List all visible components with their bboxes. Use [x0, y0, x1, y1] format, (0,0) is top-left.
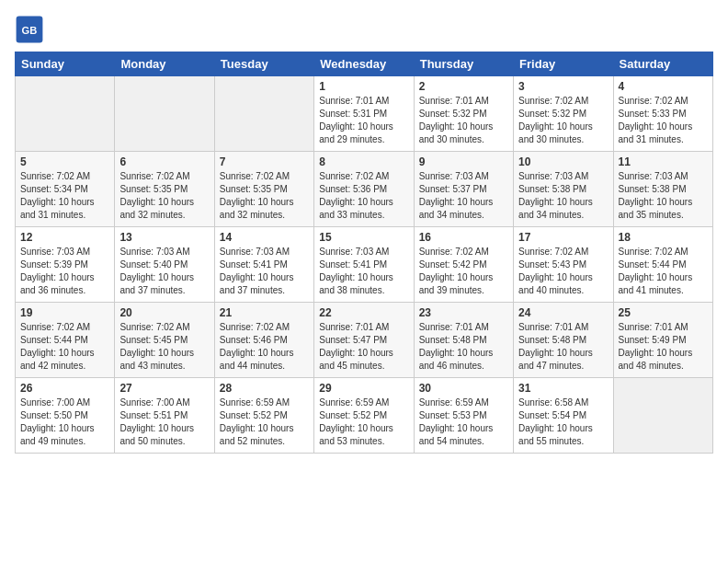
- day-info: Sunrise: 7:01 AM Sunset: 5:47 PM Dayligh…: [319, 321, 408, 373]
- day-info: Sunrise: 7:03 AM Sunset: 5:41 PM Dayligh…: [220, 246, 309, 297]
- day-number: 8: [319, 155, 408, 168]
- day-cell: 30Sunrise: 6:59 AM Sunset: 5:53 PM Dayli…: [414, 378, 513, 454]
- week-row-5: 26Sunrise: 7:00 AM Sunset: 5:50 PM Dayli…: [16, 378, 713, 454]
- day-number: 23: [419, 306, 508, 319]
- weekday-header-tuesday: Tuesday: [214, 52, 313, 76]
- day-info: Sunrise: 6:59 AM Sunset: 5:53 PM Dayligh…: [419, 396, 508, 448]
- day-cell: 9Sunrise: 7:03 AM Sunset: 5:37 PM Daylig…: [414, 152, 513, 227]
- day-cell: 14Sunrise: 7:03 AM Sunset: 5:41 PM Dayli…: [214, 227, 313, 303]
- day-info: Sunrise: 7:02 AM Sunset: 5:44 PM Dayligh…: [20, 321, 109, 373]
- week-row-3: 12Sunrise: 7:03 AM Sunset: 5:39 PM Dayli…: [16, 227, 713, 303]
- day-number: 18: [619, 231, 708, 244]
- weekday-header-row: SundayMondayTuesdayWednesdayThursdayFrid…: [16, 52, 713, 76]
- weekday-header-saturday: Saturday: [613, 52, 712, 76]
- day-info: Sunrise: 7:02 AM Sunset: 5:43 PM Dayligh…: [518, 246, 608, 297]
- day-number: 9: [419, 155, 508, 168]
- day-cell: [16, 76, 115, 152]
- day-info: Sunrise: 7:01 AM Sunset: 5:32 PM Dayligh…: [419, 95, 508, 146]
- logo: GB: [15, 15, 48, 44]
- day-cell: [115, 76, 214, 152]
- weekday-header-thursday: Thursday: [414, 52, 513, 76]
- week-row-4: 19Sunrise: 7:02 AM Sunset: 5:44 PM Dayli…: [16, 303, 713, 378]
- day-info: Sunrise: 7:01 AM Sunset: 5:48 PM Dayligh…: [518, 321, 608, 373]
- day-cell: 10Sunrise: 7:03 AM Sunset: 5:38 PM Dayli…: [514, 152, 613, 227]
- day-number: 13: [119, 231, 209, 244]
- day-number: 28: [220, 382, 309, 395]
- weekday-header-monday: Monday: [115, 52, 214, 76]
- day-cell: 5Sunrise: 7:02 AM Sunset: 5:34 PM Daylig…: [16, 152, 115, 227]
- weekday-header-friday: Friday: [514, 52, 613, 76]
- day-info: Sunrise: 7:00 AM Sunset: 5:50 PM Dayligh…: [20, 396, 109, 448]
- day-cell: 4Sunrise: 7:02 AM Sunset: 5:33 PM Daylig…: [613, 76, 712, 152]
- day-number: 10: [518, 155, 608, 168]
- day-number: 30: [419, 382, 508, 395]
- day-info: Sunrise: 7:02 AM Sunset: 5:36 PM Dayligh…: [319, 170, 408, 222]
- day-info: Sunrise: 7:02 AM Sunset: 5:34 PM Dayligh…: [20, 170, 109, 222]
- day-info: Sunrise: 7:02 AM Sunset: 5:35 PM Dayligh…: [220, 170, 309, 222]
- day-number: 26: [20, 382, 109, 395]
- day-number: 20: [119, 306, 209, 319]
- day-info: Sunrise: 7:01 AM Sunset: 5:49 PM Dayligh…: [619, 321, 708, 373]
- day-number: 22: [319, 306, 408, 319]
- day-info: Sunrise: 7:02 AM Sunset: 5:46 PM Dayligh…: [220, 321, 309, 373]
- svg-text:GB: GB: [22, 25, 38, 36]
- day-cell: 17Sunrise: 7:02 AM Sunset: 5:43 PM Dayli…: [514, 227, 613, 303]
- day-info: Sunrise: 7:02 AM Sunset: 5:42 PM Dayligh…: [419, 246, 508, 297]
- day-cell: 6Sunrise: 7:02 AM Sunset: 5:35 PM Daylig…: [115, 152, 214, 227]
- day-cell: 13Sunrise: 7:03 AM Sunset: 5:40 PM Dayli…: [115, 227, 214, 303]
- day-info: Sunrise: 6:59 AM Sunset: 5:52 PM Dayligh…: [319, 396, 408, 448]
- day-info: Sunrise: 7:03 AM Sunset: 5:39 PM Dayligh…: [20, 246, 109, 297]
- day-info: Sunrise: 7:01 AM Sunset: 5:48 PM Dayligh…: [419, 321, 508, 373]
- day-info: Sunrise: 7:02 AM Sunset: 5:44 PM Dayligh…: [619, 246, 708, 297]
- day-number: 11: [619, 155, 708, 168]
- calendar-table: SundayMondayTuesdayWednesdayThursdayFrid…: [15, 52, 713, 454]
- day-cell: 12Sunrise: 7:03 AM Sunset: 5:39 PM Dayli…: [16, 227, 115, 303]
- day-info: Sunrise: 7:03 AM Sunset: 5:41 PM Dayligh…: [319, 246, 408, 297]
- day-info: Sunrise: 7:02 AM Sunset: 5:32 PM Dayligh…: [518, 95, 608, 146]
- day-number: 12: [20, 231, 109, 244]
- day-number: 19: [20, 306, 109, 319]
- day-number: 15: [319, 231, 408, 244]
- day-info: Sunrise: 7:02 AM Sunset: 5:33 PM Dayligh…: [619, 95, 708, 146]
- day-info: Sunrise: 7:00 AM Sunset: 5:51 PM Dayligh…: [119, 396, 209, 448]
- day-cell: 21Sunrise: 7:02 AM Sunset: 5:46 PM Dayli…: [214, 303, 313, 378]
- day-number: 7: [220, 155, 309, 168]
- day-number: 21: [220, 306, 309, 319]
- day-cell: 15Sunrise: 7:03 AM Sunset: 5:41 PM Dayli…: [314, 227, 414, 303]
- day-cell: 16Sunrise: 7:02 AM Sunset: 5:42 PM Dayli…: [414, 227, 513, 303]
- day-info: Sunrise: 6:58 AM Sunset: 5:54 PM Dayligh…: [518, 396, 608, 448]
- weekday-header-sunday: Sunday: [16, 52, 115, 76]
- day-cell: 31Sunrise: 6:58 AM Sunset: 5:54 PM Dayli…: [514, 378, 613, 454]
- day-number: 31: [518, 382, 608, 395]
- page-header: GB: [15, 15, 713, 44]
- day-cell: 2Sunrise: 7:01 AM Sunset: 5:32 PM Daylig…: [414, 76, 513, 152]
- day-number: 2: [419, 80, 508, 93]
- day-cell: 20Sunrise: 7:02 AM Sunset: 5:45 PM Dayli…: [115, 303, 214, 378]
- day-cell: 29Sunrise: 6:59 AM Sunset: 5:52 PM Dayli…: [314, 378, 414, 454]
- day-cell: 1Sunrise: 7:01 AM Sunset: 5:31 PM Daylig…: [314, 76, 414, 152]
- day-cell: 8Sunrise: 7:02 AM Sunset: 5:36 PM Daylig…: [314, 152, 414, 227]
- day-cell: [214, 76, 313, 152]
- week-row-2: 5Sunrise: 7:02 AM Sunset: 5:34 PM Daylig…: [16, 152, 713, 227]
- day-info: Sunrise: 7:02 AM Sunset: 5:35 PM Dayligh…: [119, 170, 209, 222]
- day-cell: 18Sunrise: 7:02 AM Sunset: 5:44 PM Dayli…: [613, 227, 712, 303]
- day-cell: 23Sunrise: 7:01 AM Sunset: 5:48 PM Dayli…: [414, 303, 513, 378]
- day-info: Sunrise: 7:02 AM Sunset: 5:45 PM Dayligh…: [119, 321, 209, 373]
- day-cell: 26Sunrise: 7:00 AM Sunset: 5:50 PM Dayli…: [16, 378, 115, 454]
- day-cell: 7Sunrise: 7:02 AM Sunset: 5:35 PM Daylig…: [214, 152, 313, 227]
- day-cell: 24Sunrise: 7:01 AM Sunset: 5:48 PM Dayli…: [514, 303, 613, 378]
- week-row-1: 1Sunrise: 7:01 AM Sunset: 5:31 PM Daylig…: [16, 76, 713, 152]
- logo-icon: GB: [15, 15, 44, 44]
- day-info: Sunrise: 7:03 AM Sunset: 5:38 PM Dayligh…: [518, 170, 608, 222]
- day-number: 16: [419, 231, 508, 244]
- day-cell: 22Sunrise: 7:01 AM Sunset: 5:47 PM Dayli…: [314, 303, 414, 378]
- day-number: 27: [119, 382, 209, 395]
- day-cell: 27Sunrise: 7:00 AM Sunset: 5:51 PM Dayli…: [115, 378, 214, 454]
- day-number: 24: [518, 306, 608, 319]
- weekday-header-wednesday: Wednesday: [314, 52, 414, 76]
- day-cell: 11Sunrise: 7:03 AM Sunset: 5:38 PM Dayli…: [613, 152, 712, 227]
- day-cell: 19Sunrise: 7:02 AM Sunset: 5:44 PM Dayli…: [16, 303, 115, 378]
- day-number: 29: [319, 382, 408, 395]
- day-number: 1: [319, 80, 408, 93]
- day-info: Sunrise: 7:01 AM Sunset: 5:31 PM Dayligh…: [319, 95, 408, 146]
